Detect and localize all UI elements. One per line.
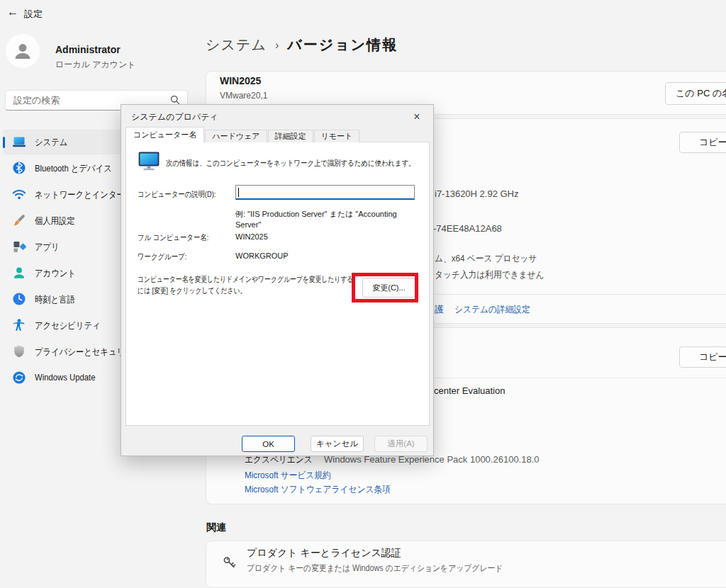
accessibility-icon	[12, 318, 26, 332]
advanced-system-settings-link[interactable]: システムの詳細設定	[454, 303, 530, 316]
system-type-value: ム、x64 ベース プロセッサ	[435, 252, 537, 265]
wifi-icon	[12, 187, 26, 201]
description-example-line2: Server"	[235, 220, 261, 229]
product-key-subtitle: プロダクト キーの変更または Windows のエディションをアップグレード	[247, 562, 503, 575]
user-account-type: ローカル アカウント	[55, 59, 136, 71]
product-key-title[interactable]: プロダクト キーとライセンス認証	[247, 547, 401, 560]
selected-indicator	[3, 137, 5, 148]
system-properties-dialog: システムのプロパティ × コンピューター名 ハードウェア 詳細設定 リモート 次…	[121, 104, 434, 456]
bluetooth-icon	[12, 161, 26, 175]
back-arrow-icon[interactable]: ←	[7, 6, 18, 18]
full-computer-name-value: WIN2025	[235, 232, 268, 241]
change-hint-line1: コンピューター名を変更したりドメインやワークグループを変更したりする	[138, 274, 353, 285]
dialog-title: システムのプロパティ	[131, 111, 218, 123]
computer-name-tab-page: 次の情報は、このコンピューターをネットワーク上で識別するために使われます。 コン…	[125, 142, 430, 426]
breadcrumb: システム › バージョン情報	[206, 35, 398, 55]
search-icon	[170, 95, 180, 105]
tab-remote[interactable]: リモート	[314, 130, 360, 142]
personalization-brush-icon	[12, 213, 26, 227]
edition-value: center Evaluation	[434, 385, 505, 396]
device-model: VMware20,1	[220, 91, 267, 101]
person-icon	[12, 40, 33, 62]
related-heading: 関連	[206, 521, 226, 534]
system-protection-link[interactable]: 護	[435, 303, 444, 316]
avatar[interactable]	[6, 34, 40, 68]
settings-window: ← 設定 Administrator ローカル アカウント 設定の検索 システム	[0, 0, 726, 588]
full-computer-name-label: フル コンピューター名:	[138, 232, 208, 243]
search-placeholder: 設定の検索	[13, 94, 60, 107]
pen-touch-value: タッチ入力は利用できません	[435, 268, 544, 281]
rename-pc-button[interactable]: この PC の名前	[665, 82, 726, 105]
shield-icon	[12, 344, 26, 358]
tab-advanced[interactable]: 詳細設定	[268, 130, 313, 142]
user-name: Administrator	[55, 44, 121, 55]
device-id-value: -74EE48A12A68	[433, 223, 502, 234]
computer-description-input[interactable]	[235, 185, 415, 200]
tab-hardware[interactable]: ハードウェア	[205, 130, 267, 142]
services-agreement-link[interactable]: Microsoft サービス規約	[245, 469, 331, 482]
chevron-right-icon: ›	[275, 39, 279, 52]
account-person-icon	[12, 266, 26, 280]
workgroup-value: WORKGROUP	[235, 251, 289, 260]
copy-windows-specs-button[interactable]: コピー	[679, 346, 726, 368]
key-icon	[221, 554, 238, 571]
breadcrumb-system[interactable]: システム	[206, 35, 267, 55]
page-title: バージョン情報	[287, 35, 398, 55]
copy-device-specs-button[interactable]: コピー	[679, 132, 726, 153]
update-icon	[12, 371, 26, 385]
computer-monitor-icon	[138, 152, 160, 171]
text-caret	[238, 188, 239, 197]
system-laptop-icon	[12, 135, 26, 149]
clock-icon	[12, 292, 26, 306]
processor-value: i7-13620H 2.92 GHz	[435, 188, 519, 199]
tab-computer-name[interactable]: コンピューター名	[125, 127, 204, 142]
dialog-tabs: コンピューター名 ハードウェア 詳細設定 リモート	[125, 127, 360, 142]
description-example-line1: 例: "IIS Production Server" または "Accounti…	[235, 209, 397, 220]
workgroup-label: ワークグループ:	[138, 251, 186, 262]
device-name: WIN2025	[220, 75, 261, 86]
change-hint-line2: には [変更] をクリックしてください。	[138, 285, 246, 296]
apply-button[interactable]: 適用(A)	[374, 436, 428, 452]
apps-icon	[12, 239, 26, 254]
red-highlight-annotation	[352, 273, 418, 303]
window-title: 設定	[24, 8, 43, 21]
ok-button[interactable]: OK	[242, 436, 295, 452]
dialog-intro-text: 次の情報は、このコンピューターをネットワーク上で識別するために使われます。	[166, 158, 415, 169]
cancel-button[interactable]: キャンセル	[311, 436, 364, 452]
license-terms-link[interactable]: Microsoft ソフトウェアライセンス条項	[245, 483, 391, 496]
close-icon[interactable]: ×	[406, 108, 428, 126]
computer-description-label: コンピューターの説明(D):	[138, 189, 216, 200]
